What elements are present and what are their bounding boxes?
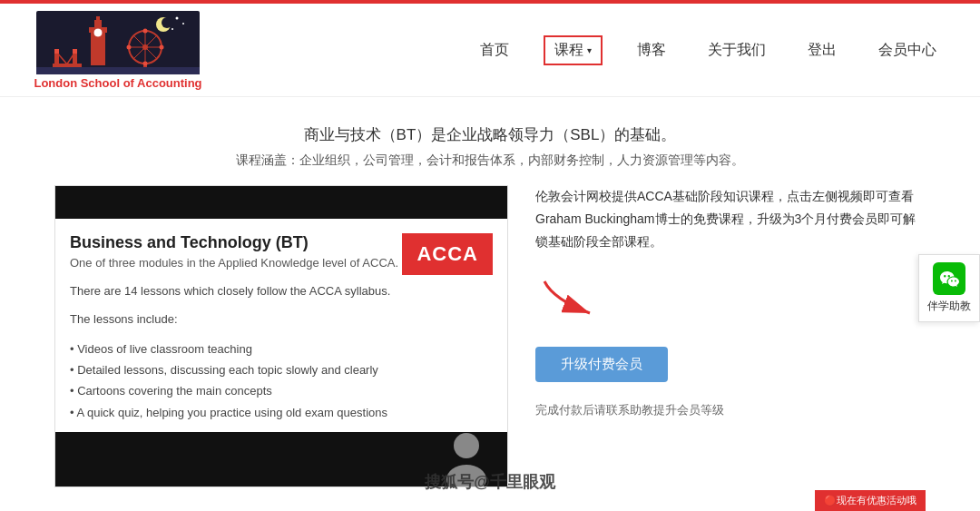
svg-rect-9 [96, 16, 100, 22]
wechat-icon [933, 262, 965, 295]
subtitle-2: 课程涵盖：企业组织，公司管理，会计和报告体系，内部财务控制，人力资源管理等内容。 [54, 152, 926, 169]
nav-courses[interactable]: 课程 ▾ [544, 35, 603, 65]
svg-point-2 [162, 17, 172, 28]
svg-point-10 [93, 28, 103, 37]
svg-point-27 [143, 28, 148, 33]
wechat-logo-icon [938, 268, 960, 290]
chevron-down-icon: ▾ [587, 45, 592, 55]
arrow-area [535, 272, 926, 330]
red-arrow-icon [535, 272, 608, 327]
svg-point-4 [182, 23, 184, 25]
svg-point-30 [454, 433, 479, 458]
course-card: Business and Technology (BT) One of thre… [54, 185, 508, 487]
card-description-2: The lessons include: [70, 310, 493, 329]
after-payment-text: 完成付款后请联系助教提升会员等级 [535, 402, 926, 418]
content-row: Business and Technology (BT) One of thre… [54, 185, 926, 487]
card-description-1: There are 14 lessons which closely follo… [70, 282, 493, 301]
ad-banner[interactable]: 🔴现在有优惠活动哦 [815, 490, 926, 511]
list-item: • Videos of live classroom teaching [70, 339, 493, 359]
svg-point-28 [143, 61, 148, 65]
wechat-assistant-label: 伴学助教 [927, 299, 971, 314]
svg-point-3 [176, 16, 179, 19]
nav-member-center[interactable]: 会员中心 [871, 37, 944, 64]
logo-image [36, 11, 200, 74]
card-body: Business and Technology (BT) One of thre… [55, 219, 507, 423]
svg-point-25 [127, 44, 132, 49]
list-item: • Cartoons covering the main concepts [70, 380, 493, 401]
acca-badge: ACCA [402, 233, 493, 275]
list-item: • A quick quiz, helping you practice usi… [70, 402, 493, 423]
logo-text: London School of Accounting [34, 76, 201, 90]
svg-point-5 [172, 28, 173, 30]
nav-blog[interactable]: 博客 [630, 37, 673, 64]
upgrade-button[interactable]: 升级付费会员 [535, 347, 668, 382]
nav-logout[interactable]: 登出 [800, 37, 844, 64]
nav-home[interactable]: 首页 [473, 37, 516, 64]
svg-rect-29 [36, 67, 200, 74]
card-list: • Videos of live classroom teaching • De… [70, 339, 493, 424]
list-item: • Detailed lessons, discussing each topi… [70, 359, 493, 380]
main-content: 商业与技术（BT）是企业战略领导力（SBL）的基础。 课程涵盖：企业组织，公司管… [0, 97, 980, 506]
wechat-assistant[interactable]: 伴学助教 [918, 254, 980, 322]
upgrade-btn-wrapper: 升级付费会员 [535, 343, 926, 382]
svg-point-26 [160, 44, 164, 49]
svg-rect-16 [54, 49, 59, 54]
watermark: 搜狐号@千里眼观 [425, 471, 555, 493]
right-panel: 伦敦会计网校提供ACCA基础阶段知识课程，点击左侧视频即可查看Graham Bu… [535, 185, 926, 418]
card-header-bar [55, 186, 507, 219]
nav-area: 首页 课程 ▾ 博客 关于我们 登出 会员中心 [473, 35, 944, 65]
svg-rect-17 [73, 49, 77, 54]
nav-about[interactable]: 关于我们 [701, 37, 773, 64]
nav-courses-label: 课程 [554, 41, 583, 60]
header: London School of Accounting 首页 课程 ▾ 博客 关… [0, 4, 980, 97]
logo-area: London School of Accounting [18, 11, 218, 90]
subtitle-1: 商业与技术（BT）是企业战略领导力（SBL）的基础。 [54, 124, 926, 145]
right-description: 伦敦会计网校提供ACCA基础阶段知识课程，点击左侧视频即可查看Graham Bu… [535, 185, 926, 254]
